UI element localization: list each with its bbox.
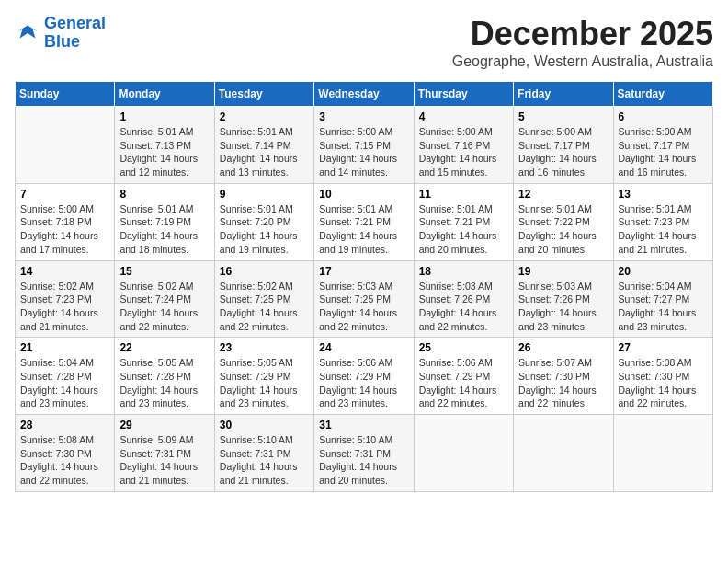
day-number: 19 (518, 265, 608, 278)
day-info: Sunrise: 5:04 AM Sunset: 7:27 PM Dayligh… (619, 280, 708, 334)
page-header: GeneralBlue December 2025 Geographe, Wes… (15, 15, 713, 70)
calendar-week-row: 14Sunrise: 5:02 AM Sunset: 7:23 PM Dayli… (16, 260, 713, 338)
day-info: Sunrise: 5:01 AM Sunset: 7:23 PM Dayligh… (619, 202, 708, 257)
calendar-week-row: 28Sunrise: 5:08 AM Sunset: 7:30 PM Dayli… (16, 415, 713, 492)
column-header-sunday: Sunday (16, 82, 115, 107)
day-number: 16 (220, 265, 309, 278)
calendar-day-25: 25Sunrise: 5:06 AM Sunset: 7:29 PM Dayli… (414, 338, 513, 415)
column-header-saturday: Saturday (613, 82, 712, 107)
day-number: 24 (319, 341, 408, 354)
calendar-day-6: 6Sunrise: 5:00 AM Sunset: 7:17 PM Daylig… (613, 107, 712, 184)
day-info: Sunrise: 5:06 AM Sunset: 7:29 PM Dayligh… (419, 356, 508, 410)
day-number: 25 (419, 341, 508, 354)
column-header-monday: Monday (115, 82, 214, 107)
day-info: Sunrise: 5:04 AM Sunset: 7:28 PM Dayligh… (20, 356, 109, 410)
logo-text: GeneralBlue (44, 15, 106, 52)
day-info: Sunrise: 5:10 AM Sunset: 7:31 PM Dayligh… (319, 433, 408, 488)
title-section: December 2025 Geographe, Western Austral… (452, 15, 713, 70)
day-info: Sunrise: 5:01 AM Sunset: 7:19 PM Dayligh… (119, 202, 209, 257)
day-info: Sunrise: 5:01 AM Sunset: 7:14 PM Dayligh… (220, 125, 309, 179)
day-number: 7 (20, 188, 109, 201)
calendar-day-26: 26Sunrise: 5:07 AM Sunset: 7:30 PM Dayli… (514, 338, 613, 415)
day-info: Sunrise: 5:00 AM Sunset: 7:17 PM Dayligh… (619, 125, 708, 179)
day-number: 11 (419, 188, 508, 201)
column-header-thursday: Thursday (414, 82, 513, 107)
calendar-day-3: 3Sunrise: 5:00 AM Sunset: 7:15 PM Daylig… (314, 107, 414, 184)
svg-marker-0 (17, 25, 38, 38)
calendar-day-19: 19Sunrise: 5:03 AM Sunset: 7:26 PM Dayli… (514, 260, 613, 338)
day-number: 18 (419, 265, 508, 278)
day-info: Sunrise: 5:02 AM Sunset: 7:25 PM Dayligh… (220, 280, 309, 334)
day-number: 26 (518, 341, 608, 354)
column-header-friday: Friday (514, 82, 613, 107)
calendar-day-21: 21Sunrise: 5:04 AM Sunset: 7:28 PM Dayli… (16, 338, 115, 415)
day-info: Sunrise: 5:01 AM Sunset: 7:20 PM Dayligh… (220, 202, 309, 257)
day-info: Sunrise: 5:02 AM Sunset: 7:23 PM Dayligh… (20, 280, 109, 334)
calendar-day-30: 30Sunrise: 5:10 AM Sunset: 7:31 PM Dayli… (214, 415, 313, 492)
column-header-wednesday: Wednesday (314, 82, 414, 107)
calendar-day-9: 9Sunrise: 5:01 AM Sunset: 7:20 PM Daylig… (214, 183, 313, 260)
day-number: 2 (220, 110, 309, 123)
calendar-week-row: 1Sunrise: 5:01 AM Sunset: 7:13 PM Daylig… (16, 107, 713, 184)
day-number: 15 (119, 265, 209, 278)
calendar-day-14: 14Sunrise: 5:02 AM Sunset: 7:23 PM Dayli… (16, 260, 115, 338)
day-info: Sunrise: 5:06 AM Sunset: 7:29 PM Dayligh… (319, 356, 408, 410)
day-number: 14 (20, 265, 109, 278)
calendar-day-27: 27Sunrise: 5:08 AM Sunset: 7:30 PM Dayli… (613, 338, 712, 415)
day-number: 17 (319, 265, 408, 278)
calendar-empty-cell (613, 415, 712, 492)
calendar-day-11: 11Sunrise: 5:01 AM Sunset: 7:21 PM Dayli… (414, 183, 513, 260)
day-info: Sunrise: 5:08 AM Sunset: 7:30 PM Dayligh… (20, 433, 109, 488)
calendar-day-17: 17Sunrise: 5:03 AM Sunset: 7:25 PM Dayli… (314, 260, 414, 338)
calendar-empty-cell (514, 415, 613, 492)
calendar-day-10: 10Sunrise: 5:01 AM Sunset: 7:21 PM Dayli… (314, 183, 414, 260)
calendar-day-28: 28Sunrise: 5:08 AM Sunset: 7:30 PM Dayli… (16, 415, 115, 492)
day-number: 5 (518, 110, 608, 123)
day-number: 1 (119, 110, 209, 123)
calendar-week-row: 21Sunrise: 5:04 AM Sunset: 7:28 PM Dayli… (16, 338, 713, 415)
day-info: Sunrise: 5:10 AM Sunset: 7:31 PM Dayligh… (220, 433, 309, 488)
calendar-empty-cell (414, 415, 513, 492)
calendar-day-2: 2Sunrise: 5:01 AM Sunset: 7:14 PM Daylig… (214, 107, 313, 184)
day-number: 12 (518, 188, 608, 201)
calendar-day-15: 15Sunrise: 5:02 AM Sunset: 7:24 PM Dayli… (115, 260, 214, 338)
calendar-day-22: 22Sunrise: 5:05 AM Sunset: 7:28 PM Dayli… (115, 338, 214, 415)
location-subtitle: Geographe, Western Australia, Australia (452, 53, 713, 70)
calendar-day-12: 12Sunrise: 5:01 AM Sunset: 7:22 PM Dayli… (514, 183, 613, 260)
day-info: Sunrise: 5:00 AM Sunset: 7:16 PM Dayligh… (419, 125, 508, 179)
calendar-day-23: 23Sunrise: 5:05 AM Sunset: 7:29 PM Dayli… (214, 338, 313, 415)
logo-icon (15, 20, 40, 46)
logo: GeneralBlue (15, 15, 106, 52)
calendar-day-8: 8Sunrise: 5:01 AM Sunset: 7:19 PM Daylig… (115, 183, 214, 260)
day-info: Sunrise: 5:00 AM Sunset: 7:18 PM Dayligh… (20, 202, 109, 257)
day-info: Sunrise: 5:08 AM Sunset: 7:30 PM Dayligh… (619, 356, 708, 410)
day-number: 27 (619, 341, 708, 354)
calendar-day-7: 7Sunrise: 5:00 AM Sunset: 7:18 PM Daylig… (16, 183, 115, 260)
day-number: 30 (220, 419, 309, 431)
calendar-day-4: 4Sunrise: 5:00 AM Sunset: 7:16 PM Daylig… (414, 107, 513, 184)
column-header-tuesday: Tuesday (214, 82, 313, 107)
calendar-day-18: 18Sunrise: 5:03 AM Sunset: 7:26 PM Dayli… (414, 260, 513, 338)
day-number: 21 (20, 341, 109, 354)
day-number: 29 (119, 419, 209, 431)
day-number: 22 (119, 341, 209, 354)
day-info: Sunrise: 5:00 AM Sunset: 7:15 PM Dayligh… (319, 125, 408, 179)
day-number: 23 (220, 341, 309, 354)
day-number: 4 (419, 110, 508, 123)
day-number: 10 (319, 188, 408, 201)
calendar-table: SundayMondayTuesdayWednesdayThursdayFrid… (15, 81, 713, 492)
day-info: Sunrise: 5:07 AM Sunset: 7:30 PM Dayligh… (518, 356, 608, 410)
day-info: Sunrise: 5:03 AM Sunset: 7:26 PM Dayligh… (419, 280, 508, 334)
month-title: December 2025 (452, 15, 713, 53)
calendar-day-5: 5Sunrise: 5:00 AM Sunset: 7:17 PM Daylig… (514, 107, 613, 184)
day-info: Sunrise: 5:02 AM Sunset: 7:24 PM Dayligh… (119, 280, 209, 334)
day-info: Sunrise: 5:03 AM Sunset: 7:26 PM Dayligh… (518, 280, 608, 334)
day-info: Sunrise: 5:03 AM Sunset: 7:25 PM Dayligh… (319, 280, 408, 334)
day-number: 3 (319, 110, 408, 123)
day-number: 20 (619, 265, 708, 278)
day-info: Sunrise: 5:01 AM Sunset: 7:21 PM Dayligh… (419, 202, 508, 257)
day-number: 13 (619, 188, 708, 201)
calendar-day-29: 29Sunrise: 5:09 AM Sunset: 7:31 PM Dayli… (115, 415, 214, 492)
day-number: 28 (20, 419, 109, 431)
day-number: 9 (220, 188, 309, 201)
